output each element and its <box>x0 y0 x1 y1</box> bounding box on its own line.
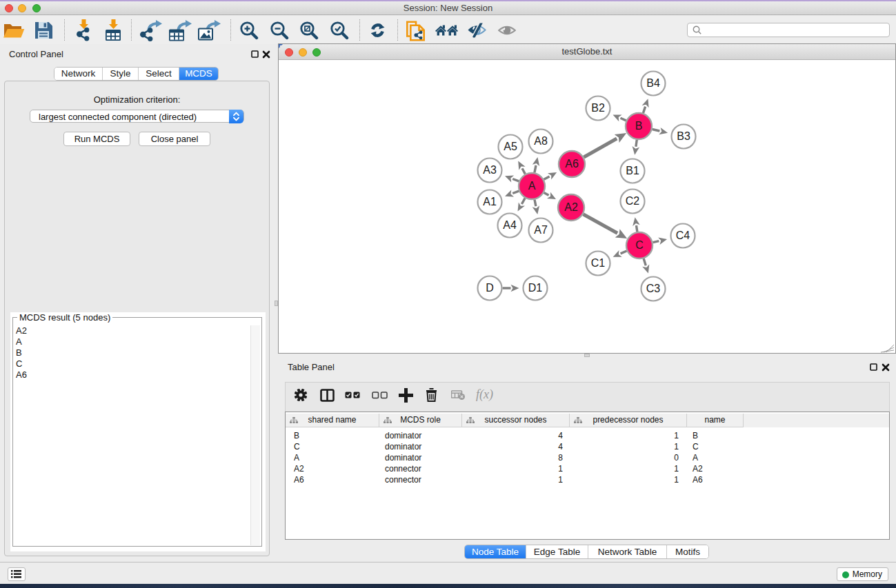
svg-text:B1: B1 <box>626 165 639 176</box>
svg-text:D1: D1 <box>528 282 543 294</box>
svg-text:B: B <box>635 120 643 132</box>
svg-text:A: A <box>528 180 536 192</box>
svg-text:A4: A4 <box>503 219 517 231</box>
svg-text:A3: A3 <box>483 164 497 176</box>
svg-text:A8: A8 <box>534 135 548 147</box>
svg-text:C: C <box>635 239 644 251</box>
svg-text:B3: B3 <box>677 130 690 142</box>
svg-text:A2: A2 <box>564 201 578 213</box>
svg-text:A1: A1 <box>483 196 497 207</box>
svg-text:B4: B4 <box>646 77 660 89</box>
svg-text:C1: C1 <box>591 257 606 269</box>
svg-text:D: D <box>486 282 494 294</box>
svg-text:C2: C2 <box>626 195 640 207</box>
svg-text:A7: A7 <box>534 224 548 236</box>
svg-text:B2: B2 <box>591 102 605 114</box>
svg-text:A6: A6 <box>565 158 579 170</box>
svg-text:C3: C3 <box>646 283 661 294</box>
svg-text:A5: A5 <box>504 141 517 152</box>
svg-text:C4: C4 <box>676 230 690 241</box>
